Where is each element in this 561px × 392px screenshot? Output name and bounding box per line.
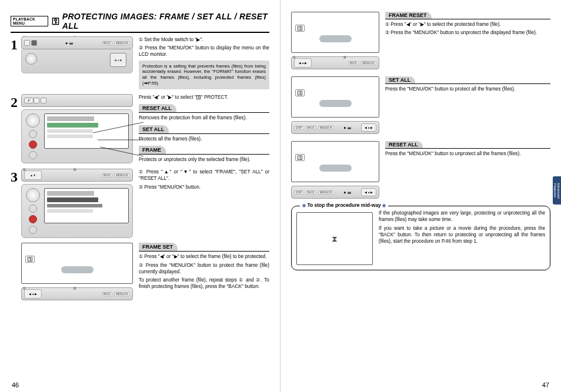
step-3: 3 ①② ▲▼ BACKMENU/OK [11,169,269,238]
page-number-left: 46 [12,381,19,388]
midway-p1: If the photographed images are very larg… [379,210,545,223]
frame-set-block: _ ⚿ ①② ◀ ● ▶ BACKMENU/OK FRAME SET [11,243,269,300]
frame-reset-block: ⚿ ①② ◀ ● ▶ BACKMENU/OK FRAME RESET ① Pre… [291,12,550,69]
protect-key-icon: ⚿ [25,256,35,263]
frame-reset-line1: ① Press "◀" or "▶" to select the protect… [385,21,550,28]
step-1-note: Protection is a setting that prevents fr… [139,61,269,89]
right-page: ⚿ ①② ◀ ● ▶ BACKMENU/OK FRAME RESET ① Pre… [280,0,561,392]
step-2-illustration: F [21,94,133,163]
protect-key-icon: ⚿ [295,154,305,161]
set-all-r-heading: SET ALL [385,76,415,83]
frame-set-illustration: ⚿ ①② ◀ ● ▶ BACKMENU/OK [21,243,133,300]
midway-title: To stop the procedure mid-way [307,202,380,208]
step-1-line1: ① Set the Mode switch to "▶". [139,36,269,43]
step-3-text: ① Press "▲" or "▼" to select "FRAME", "S… [139,169,269,192]
section-side-tab: Advanced Features [553,176,561,205]
step-2-intro: Press "◀" or "▶" to select "⚿" PROTECT. [139,94,269,100]
set-all-block: ⚿ DISPBACKMENU/OK ▶ 📷 ◀ ● ▶ SET ALL Pres… [291,76,550,134]
protect-key-icon: ⚿ [52,16,60,26]
step-1-text: ① Set the Mode switch to "▶". ② Press th… [139,36,269,89]
step-2-text: Press "◀" or "▶" to select "⚿" PROTECT. … [139,94,269,164]
frame-set-line2: ② Press the "MENU/OK" button to protect … [139,262,269,275]
protect-key-icon: ⚿ [295,89,305,96]
frame-set-text: FRAME SET ① Press "◀" or "▶" to select t… [139,243,269,292]
step-2-number: 2 [11,95,21,109]
set-all-heading: SET ALL [139,125,169,133]
reset-all-block: ⚿ DISPBACKMENU/OK ▶ 📷 ◀ ● ▶ RESET ALL Pr… [291,141,550,199]
hourglass-icon: ⧗ [332,234,338,244]
frame-heading: FRAME [139,146,166,154]
reset-all-heading: RESET ALL [139,104,176,112]
step-1-illustration: ①② ▶ 📷 BACKMENU/OK ◀ ● ▶ [21,36,133,73]
page-title: PROTECTING IMAGES: FRAME / SET ALL / RES… [62,12,269,31]
reset-all-r-heading: RESET ALL [385,141,423,148]
frame-body: Protects or unprotects only the selected… [139,156,269,163]
frame-set-heading: FRAME SET [139,243,178,251]
frame-reset-line2: ② Press the "MENU/OK" button to unprotec… [385,29,550,36]
step-1-line2: ② Press the "MENU/OK" button to display … [139,45,269,58]
reset-all-r-body: Press the "MENU/OK" button to unprotect … [385,150,550,157]
step-3-illustration: ①② ▲▼ BACKMENU/OK [21,169,133,238]
page-number-right: 47 [542,381,549,388]
step-1: 1 ①② ▶ 📷 BACKMENU/OK ◀ ● ▶ ① Set the [11,36,269,89]
midway-p2: If you want to take a picture or a movie… [379,225,545,244]
step-1-number: 1 [11,38,21,52]
reset-all-body: Removes the protection from all the fram… [139,115,269,121]
page-header: PLAYBACK MENU ⚿ PROTECTING IMAGES: FRAME… [11,12,269,33]
set-all-body: Protects all the frames (files). [139,136,269,142]
left-page: PLAYBACK MENU ⚿ PROTECTING IMAGES: FRAME… [0,0,280,392]
playback-menu-badge: PLAYBACK MENU [11,16,48,26]
step-3-number: 3 [11,170,21,184]
frame-set-cont: To protect another frame (file), repeat … [139,277,269,290]
frame-reset-heading: FRAME RESET [385,12,432,19]
set-all-r-body: Press the "MENU/OK" button to protect al… [385,86,550,92]
step-3-line2: ② Press "MENU/OK" button. [139,184,269,190]
midway-callout: ◆ To stop the procedure mid-way ◆ ⧗ If t… [291,206,550,270]
step-3-line1: ① Press "▲" or "▼" to select "FRAME", "S… [139,169,269,182]
step-2: 2 F [11,94,269,164]
protect-key-icon: ⚿ [295,25,305,32]
frame-set-line1: ① Press "◀" or "▶" to select the frame (… [139,253,269,260]
